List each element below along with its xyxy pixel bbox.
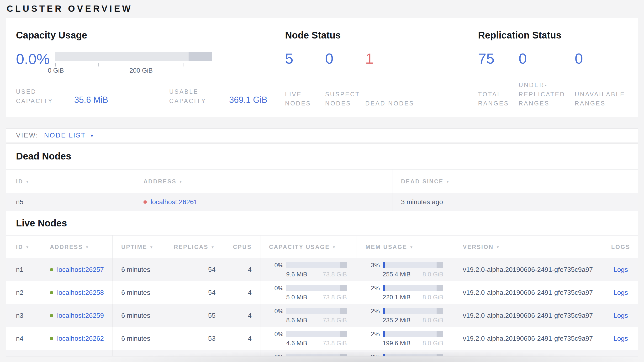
node-id: n3 (6, 304, 41, 327)
node-address-link[interactable]: localhost:26257 (57, 266, 104, 274)
mem-usage-bar (383, 331, 443, 337)
mem-usage-bar (383, 262, 443, 268)
live-nodes-label: LIVE NODES (285, 90, 325, 108)
node-uptime: 6 minutes (112, 327, 165, 350)
node-mem-usage-cell: 2% 220.1 MiB8.0 GiB (356, 281, 454, 304)
under-replicated-ranges-count: 0 (519, 51, 575, 66)
node-version: v19.2.0-alpha.20190606-2491-gfe735c9a97 (454, 281, 603, 304)
node-mem-usage-cell: 2% 225.5 MiB8.0 GiB (356, 350, 454, 356)
live-col-id[interactable]: ID▼ (6, 236, 41, 258)
view-dropdown[interactable]: NODE LIST ▼ (44, 131, 94, 139)
node-id: n2 (6, 281, 41, 304)
node-version: v19.2.0-alpha.20190606-2491-gfe735c9a97 (454, 350, 603, 356)
used-capacity-value: 35.6 MiB (74, 95, 108, 106)
under-replicated-ranges-label: UNDER-REPLICATED RANGES (519, 80, 574, 108)
live-col-uptime[interactable]: UPTIME▼ (112, 236, 165, 258)
dead-col-dead-since[interactable]: DEAD SINCE▼ (392, 169, 638, 193)
sort-caret-icon: ▼ (179, 179, 183, 184)
live-nodes-count: 5 (285, 51, 325, 66)
node-capacity-usage-cell: 0% 9.6 MiB73.8 GiB (260, 258, 356, 281)
live-nodes-header-row: ID▼ ADDRESS▼ UPTIME▼ REPLICAS▼ CPUS CAPA… (6, 235, 638, 258)
live-nodes-stat: 5 LIVE NODES (285, 51, 325, 108)
node-logs-cell: Logs (603, 327, 638, 350)
live-col-version[interactable]: VERSION▼ (454, 236, 603, 258)
sort-caret-icon: ▼ (211, 245, 215, 249)
nodes-tables-card: Dead Nodes ID▼ ADDRESS▼ DEAD SINCE▼ n5 l… (6, 143, 638, 356)
replication-status-section: Replication Status 75 TOTAL RANGES 0 UND… (478, 30, 628, 117)
capacity-axis-ticks (56, 61, 212, 67)
sort-caret-icon: ▼ (496, 245, 500, 249)
node-logs-cell: Logs (603, 281, 638, 304)
node-logs-cell: Logs (603, 258, 638, 281)
node-cpus: 4 (224, 281, 260, 304)
live-col-logs: LOGS (603, 236, 638, 258)
capacity-usage-bar (286, 308, 347, 314)
cluster-summary-card: Capacity Usage 0.0% 0 GiB 200 GiB (6, 18, 638, 117)
suspect-nodes-count: 0 (325, 51, 365, 66)
node-uptime: 6 minutes (112, 350, 165, 356)
dead-nodes-header-row: ID▼ ADDRESS▼ DEAD SINCE▼ (6, 169, 638, 193)
dead-status-dot-icon (144, 200, 147, 204)
dead-nodes-label: DEAD NODES (365, 99, 414, 108)
node-logs-cell: Logs (603, 350, 638, 356)
node-id: n4 (6, 327, 41, 350)
mem-usage-bar (383, 308, 443, 314)
dead-node-row: n5 localhost:26261 3 minutes ago (6, 193, 638, 211)
node-mem-usage-cell: 2% 235.2 MiB8.0 GiB (356, 304, 454, 327)
logs-link[interactable]: Logs (614, 289, 628, 296)
node-id: n1 (6, 258, 41, 281)
sort-caret-icon: ▼ (85, 245, 90, 249)
sort-caret-icon: ▼ (150, 245, 154, 249)
node-address-link[interactable]: localhost:26262 (57, 335, 104, 342)
node-version: v19.2.0-alpha.20190606-2491-gfe735c9a97 (454, 327, 603, 350)
suspect-nodes-label: SUSPECT NODES (325, 90, 365, 108)
live-col-mem-usage[interactable]: MEM USAGE▼ (356, 236, 454, 258)
unavailable-ranges-label: UNAVAILABLE RANGES (575, 90, 628, 108)
live-node-row: n2 localhost:26258 6 minutes 54 4 0% 5.0… (6, 281, 638, 304)
used-capacity-stat: USED CAPACITY 35.6 MiB (16, 87, 169, 106)
live-col-address[interactable]: ADDRESS▼ (41, 236, 112, 258)
capacity-percent: 0.0% (16, 52, 56, 67)
sort-caret-icon: ▼ (26, 245, 30, 249)
node-cpus: 4 (224, 350, 260, 356)
node-mem-usage-cell: 3% 255.4 MiB8.0 GiB (356, 258, 454, 281)
live-node-row: n6 localhost:26260 6 minutes 55 4 0% 7.8… (6, 350, 638, 356)
node-status-section: Node Status 5 LIVE NODES 0 SUSPECT NODES… (285, 30, 478, 117)
node-replicas: 54 (165, 258, 224, 281)
view-dropdown-value: NODE LIST (44, 131, 86, 139)
sort-caret-icon: ▼ (26, 179, 30, 184)
node-uptime: 6 minutes (112, 281, 165, 304)
dead-nodes-count: 1 (365, 51, 414, 66)
node-address-link[interactable]: localhost:26258 (57, 289, 104, 296)
capacity-usage-bar (286, 354, 347, 356)
total-ranges-stat: 75 TOTAL RANGES (478, 51, 519, 108)
node-address-cell: localhost:26258 (41, 281, 112, 304)
dead-node-id: n5 (6, 193, 134, 211)
sort-caret-icon: ▼ (446, 179, 450, 184)
dead-node-address-link[interactable]: localhost:26261 (150, 198, 198, 206)
live-col-replicas[interactable]: REPLICAS▼ (165, 236, 224, 258)
node-cpus: 4 (224, 327, 260, 350)
live-status-dot-icon (50, 337, 53, 340)
live-status-dot-icon (50, 268, 53, 271)
live-status-dot-icon (50, 291, 53, 294)
sort-caret-icon: ▼ (332, 245, 336, 249)
node-mem-usage-cell: 2% 199.6 MiB8.0 GiB (356, 327, 454, 350)
node-replicas: 55 (165, 350, 224, 356)
dead-col-id[interactable]: ID▼ (6, 169, 134, 193)
logs-link[interactable]: Logs (614, 312, 628, 319)
usable-capacity-stat: USABLE CAPACITY 369.1 GiB (169, 87, 267, 106)
total-ranges-count: 75 (478, 51, 519, 66)
live-col-capacity-usage[interactable]: CAPACITY USAGE▼ (260, 236, 356, 258)
unavailable-ranges-count: 0 (575, 51, 628, 66)
node-address-link[interactable]: localhost:26259 (57, 312, 104, 319)
logs-link[interactable]: Logs (614, 266, 628, 274)
mem-usage-bar (383, 354, 443, 356)
logs-link[interactable]: Logs (614, 335, 628, 342)
view-selector-bar: VIEW: NODE LIST ▼ (6, 128, 638, 142)
node-capacity-usage-cell: 0% 8.6 MiB73.8 GiB (260, 304, 356, 327)
dead-col-address[interactable]: ADDRESS▼ (134, 169, 392, 193)
live-node-row: n4 localhost:26262 6 minutes 53 4 0% 4.6… (6, 327, 638, 350)
capacity-usage-section: Capacity Usage 0.0% 0 GiB 200 GiB (16, 30, 285, 117)
view-label: VIEW: (16, 131, 38, 139)
